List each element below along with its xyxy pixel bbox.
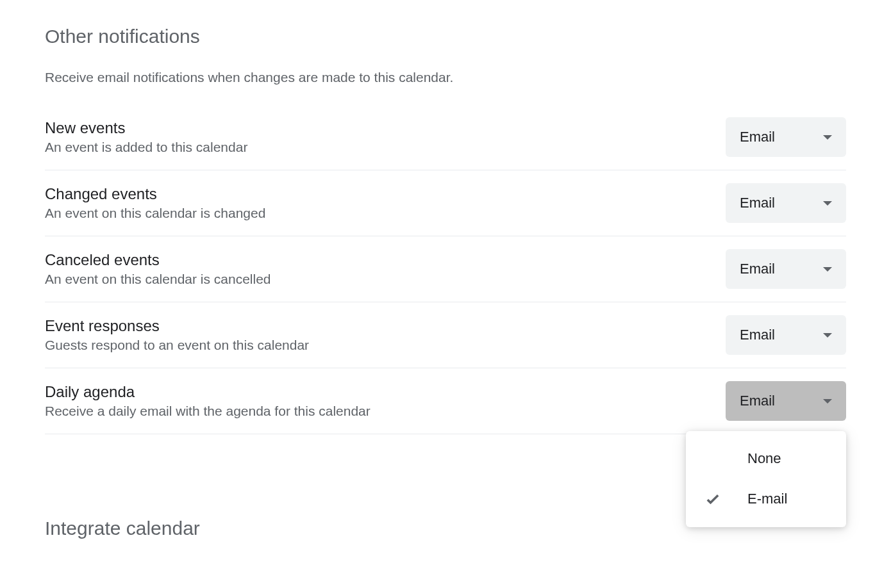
- other-notifications-description: Receive email notifications when changes…: [45, 70, 846, 85]
- daily-agenda-dropdown[interactable]: Email: [726, 381, 846, 421]
- setting-text: Canceled events An event on this calenda…: [45, 251, 726, 287]
- setting-text: Changed events An event on this calendar…: [45, 185, 726, 221]
- setting-text: New events An event is added to this cal…: [45, 119, 726, 155]
- setting-text: Daily agenda Receive a daily email with …: [45, 383, 726, 419]
- new-events-dropdown[interactable]: Email: [726, 117, 846, 157]
- setting-row-event-responses: Event responses Guests respond to an eve…: [45, 302, 846, 368]
- setting-label: Canceled events: [45, 251, 726, 269]
- setting-sublabel: Receive a daily email with the agenda fo…: [45, 404, 726, 419]
- setting-sublabel: An event is added to this calendar: [45, 140, 726, 155]
- dropdown-value: Email: [740, 327, 775, 343]
- setting-sublabel: Guests respond to an event on this calen…: [45, 338, 726, 353]
- caret-down-icon: [823, 333, 832, 338]
- changed-events-dropdown[interactable]: Email: [726, 183, 846, 223]
- check-icon: [704, 490, 722, 508]
- setting-label: New events: [45, 119, 726, 137]
- other-notifications-title: Other notifications: [45, 26, 846, 47]
- dropdown-menu: None E-mail: [686, 431, 846, 527]
- dropdown-value: Email: [740, 129, 775, 145]
- setting-row-daily-agenda: Daily agenda Receive a daily email with …: [45, 368, 846, 434]
- caret-down-icon: [823, 399, 832, 404]
- caret-down-icon: [823, 135, 832, 140]
- setting-row-changed-events: Changed events An event on this calendar…: [45, 170, 846, 236]
- setting-label: Daily agenda: [45, 383, 726, 401]
- setting-sublabel: An event on this calendar is cancelled: [45, 272, 726, 287]
- setting-label: Changed events: [45, 185, 726, 203]
- dropdown-value: Email: [740, 393, 775, 409]
- setting-sublabel: An event on this calendar is changed: [45, 206, 726, 221]
- dropdown-value: Email: [740, 261, 775, 277]
- dropdown-option-label: None: [747, 450, 781, 467]
- dropdown-option-label: E-mail: [747, 491, 787, 507]
- setting-row-new-events: New events An event is added to this cal…: [45, 117, 846, 170]
- setting-text: Event responses Guests respond to an eve…: [45, 317, 726, 353]
- canceled-events-dropdown[interactable]: Email: [726, 249, 846, 289]
- setting-label: Event responses: [45, 317, 726, 335]
- dropdown-option-none[interactable]: None: [686, 439, 846, 478]
- event-responses-dropdown[interactable]: Email: [726, 315, 846, 355]
- caret-down-icon: [823, 267, 832, 272]
- caret-down-icon: [823, 201, 832, 206]
- dropdown-value: Email: [740, 195, 775, 211]
- setting-row-canceled-events: Canceled events An event on this calenda…: [45, 236, 846, 302]
- dropdown-option-email[interactable]: E-mail: [686, 478, 846, 519]
